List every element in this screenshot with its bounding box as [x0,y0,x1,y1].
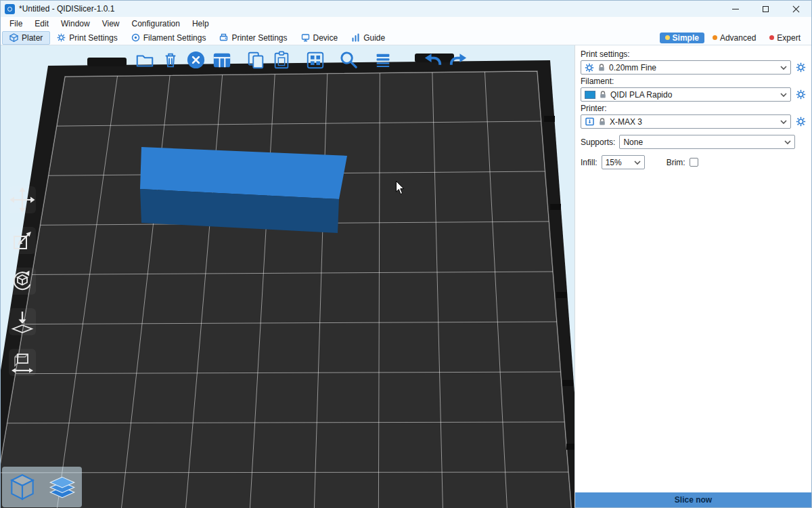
print-settings-gear-button[interactable] [795,62,806,73]
scale-tool-button[interactable] [9,227,36,254]
redo-button[interactable] [447,49,470,71]
viewport-toolbar [133,49,470,71]
slice-now-label: Slice now [675,495,712,505]
search-button[interactable] [338,49,360,71]
printer-icon [585,117,595,127]
split-objects-button[interactable] [304,49,326,71]
lock-icon [598,117,606,126]
scale-icon [9,228,35,253]
tab-printer-settings[interactable]: Printer Settings [212,31,294,45]
menu-view[interactable]: View [96,17,126,30]
filament-settings-icon [131,33,140,42]
scene-svg [1,45,574,508]
view-switch [2,467,82,507]
undo-button[interactable] [422,49,444,71]
filament-combo[interactable]: QIDI PLA Rapido [581,87,791,102]
viewport-3d[interactable] [1,45,574,508]
rotate-tool-button[interactable] [9,268,36,295]
layers-stack-icon [47,471,78,503]
supports-combo[interactable]: None [619,135,795,149]
filament-gear-button[interactable] [795,89,806,100]
mode-simple[interactable]: Simple [660,33,704,43]
print-settings-combo[interactable]: 0.20mm Fine [581,60,791,75]
printer-value: X-MAX 3 [610,117,777,127]
cut-tool-button[interactable] [9,349,36,376]
layers-icon [373,50,393,70]
printer-combo[interactable]: X-MAX 3 [581,114,791,129]
infill-combo[interactable]: 15% [602,155,645,169]
tab-label: Device [313,33,338,43]
slice-now-button[interactable]: Slice now [575,492,811,507]
main-area: Print settings: 0.20mm Fine Filament: [1,45,811,507]
tab-guide[interactable]: Guide [344,31,392,45]
tab-label: Filament Settings [143,33,206,43]
variable-layer-height-button[interactable] [371,49,394,71]
maximize-button[interactable] [750,1,781,17]
tab-filament-settings[interactable]: Filament Settings [125,31,213,45]
filament-value: QIDI PLA Rapido [610,90,777,100]
titlebar: *Untitled - QIDISlicer-1.0.1 [1,1,811,17]
mode-advanced[interactable]: Advanced [707,33,761,43]
menu-configuration[interactable]: Configuration [126,17,186,30]
arrange-button[interactable] [210,49,233,71]
tab-label: Print Settings [69,33,117,43]
minimize-icon [732,9,739,9]
mode-expert[interactable]: Expert [764,33,806,43]
print-bed[interactable] [1,71,572,508]
maximize-icon [763,6,769,12]
guide-icon [351,33,360,42]
preview-view-button[interactable] [45,469,80,505]
undo-icon [422,49,443,70]
cube-icon [7,471,38,503]
mode-label: Expert [777,33,800,43]
close-button[interactable] [781,1,811,17]
device-icon [301,33,310,42]
menu-window[interactable]: Window [55,17,96,30]
gear-icon [796,62,806,72]
qidislicer-window: *Untitled - QIDISlicer-1.0.1 File Edit W… [0,0,812,508]
chevron-down-icon [780,91,787,98]
chevron-down-icon [780,64,787,71]
folder-icon [135,50,155,70]
menubar: File Edit Window View Configuration Help [1,17,811,30]
gizmo-toolbar [9,186,36,376]
menu-edit[interactable]: Edit [28,17,55,30]
split-icon [305,50,325,70]
arrange-icon [212,50,232,70]
printer-gear-button[interactable] [795,117,806,127]
chevron-down-icon [634,159,641,166]
delete-all-button[interactable] [185,49,207,71]
minimize-button[interactable] [720,1,750,17]
paste-icon [271,50,292,70]
editor-view-button[interactable] [5,469,40,505]
delete-button[interactable] [159,49,181,71]
open-project-button[interactable] [133,49,156,71]
menu-help[interactable]: Help [186,17,215,30]
printer-settings-icon [219,33,228,42]
chevron-down-icon [780,119,787,125]
tab-label: Guide [363,33,385,43]
menu-file[interactable]: File [3,17,28,30]
print-settings-label: Print settings: [581,49,806,59]
advanced-mode-dot-icon [713,35,717,40]
tab-print-settings[interactable]: Print Settings [50,31,124,45]
rotate-icon [9,268,35,294]
cut-icon [9,350,35,375]
trash-icon [160,50,181,70]
place-on-face-tool-button[interactable] [9,308,36,335]
mode-label: Advanced [720,33,756,43]
mode-label: Simple [673,33,699,43]
brim-checkbox[interactable] [690,158,698,167]
paste-button[interactable] [270,49,292,71]
window-title: *Untitled - QIDISlicer-1.0.1 [19,4,114,14]
tab-plater[interactable]: Plater [2,31,50,45]
tab-device[interactable]: Device [294,31,345,45]
simple-mode-dot-icon [665,35,670,40]
printer-label: Printer: [581,104,806,113]
move-tool-button[interactable] [9,186,36,213]
gear-icon [796,89,806,100]
plater-icon [9,33,18,42]
settings-sidebar: Print settings: 0.20mm Fine Filament: [574,45,811,507]
model-object[interactable] [140,147,347,233]
copy-button[interactable] [244,49,267,71]
